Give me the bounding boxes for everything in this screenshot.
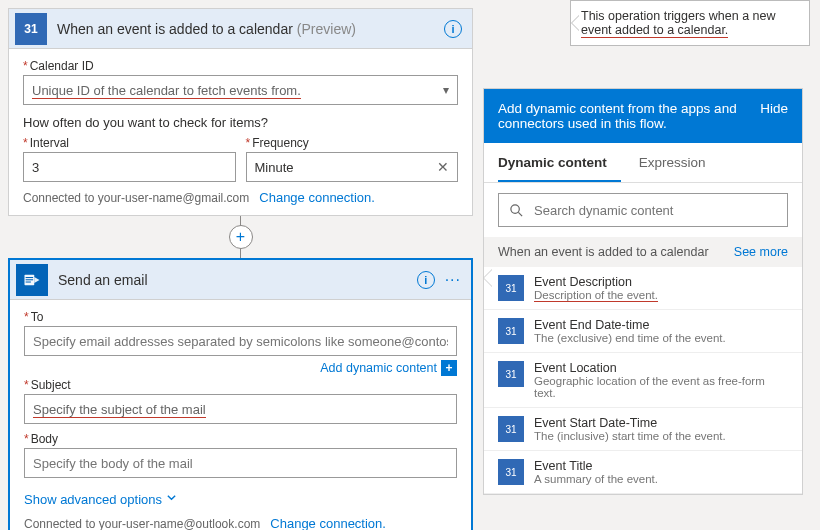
dynamic-item-event-start[interactable]: Event Start Date-TimeThe (inclusive) sta… bbox=[484, 408, 802, 451]
calendar-icon bbox=[498, 459, 524, 485]
trigger-connection-text: Connected to your-user-name@gmail.com bbox=[23, 191, 249, 205]
action-card: Send an email i ··· To Add dynamic conte… bbox=[8, 258, 473, 530]
frequency-label: Frequency bbox=[246, 136, 459, 150]
action-info-icon[interactable]: i bbox=[417, 271, 435, 289]
trigger-header[interactable]: When an event is added to a calendar (Pr… bbox=[9, 9, 472, 49]
frequency-dropdown[interactable]: Minute ✕ bbox=[246, 152, 459, 182]
chevron-down-icon bbox=[166, 491, 177, 506]
action-header[interactable]: Send an email i ··· bbox=[10, 260, 471, 300]
dynamic-section-header: When an event is added to a calendar See… bbox=[484, 237, 802, 267]
clear-icon[interactable]: ✕ bbox=[437, 159, 449, 175]
interval-label: Interval bbox=[23, 136, 236, 150]
body-input[interactable] bbox=[24, 448, 457, 478]
calendar-icon bbox=[498, 416, 524, 442]
trigger-title: When an event is added to a calendar bbox=[57, 21, 293, 37]
see-more-link[interactable]: See more bbox=[734, 245, 788, 259]
subject-input[interactable]: Specify the subject of the mail bbox=[24, 394, 457, 424]
outlook-icon bbox=[16, 264, 48, 296]
dynamic-item-event-end[interactable]: Event End Date-timeThe (exclusive) end t… bbox=[484, 310, 802, 353]
show-advanced-options-link[interactable]: Show advanced options bbox=[24, 492, 177, 507]
to-input[interactable] bbox=[24, 326, 457, 356]
trigger-info-icon[interactable]: i bbox=[444, 20, 462, 38]
dynamic-item-event-title[interactable]: Event TitleA summary of the event. bbox=[484, 451, 802, 494]
svg-rect-3 bbox=[26, 281, 31, 282]
to-label: To bbox=[24, 310, 457, 324]
svg-rect-1 bbox=[26, 277, 34, 278]
calendar-icon bbox=[498, 275, 524, 301]
google-calendar-icon bbox=[15, 13, 47, 45]
subject-label: Subject bbox=[24, 378, 457, 392]
hide-panel-button[interactable]: Hide bbox=[760, 101, 788, 116]
add-dynamic-plus-icon[interactable]: + bbox=[441, 360, 457, 376]
action-menu-button[interactable]: ··· bbox=[445, 271, 461, 289]
dynamic-item-event-location[interactable]: Event LocationGeographic location of the… bbox=[484, 353, 802, 408]
svg-line-5 bbox=[518, 212, 522, 216]
calendar-id-label: Calendar ID bbox=[23, 59, 458, 73]
action-change-connection-link[interactable]: Change connection. bbox=[270, 516, 386, 530]
trigger-card: When an event is added to a calendar (Pr… bbox=[8, 8, 473, 216]
tab-expression[interactable]: Expression bbox=[639, 143, 720, 182]
dynamic-search-box[interactable] bbox=[498, 193, 788, 227]
add-dynamic-content-link[interactable]: Add dynamic content bbox=[320, 361, 437, 375]
calendar-id-dropdown[interactable]: Unique ID of the calendar to fetch event… bbox=[23, 75, 458, 105]
dynamic-content-panel: Add dynamic content from the apps and co… bbox=[483, 88, 803, 495]
flow-canvas: When an event is added to a calendar (Pr… bbox=[8, 8, 473, 530]
search-icon bbox=[509, 203, 524, 218]
trigger-description-tooltip: This operation triggers when a new event… bbox=[570, 0, 810, 46]
dynamic-panel-header: Add dynamic content from the apps and co… bbox=[484, 89, 802, 143]
flow-connector-line bbox=[240, 248, 241, 258]
tab-dynamic-content[interactable]: Dynamic content bbox=[498, 143, 621, 182]
body-label: Body bbox=[24, 432, 457, 446]
svg-rect-2 bbox=[26, 279, 34, 280]
dynamic-search-input[interactable] bbox=[534, 203, 777, 218]
polling-label: How often do you want to check for items… bbox=[23, 115, 458, 130]
action-title: Send an email bbox=[58, 272, 148, 288]
trigger-change-connection-link[interactable]: Change connection. bbox=[259, 190, 375, 205]
svg-point-4 bbox=[511, 204, 519, 212]
preview-tag: (Preview) bbox=[297, 21, 356, 37]
chevron-down-icon: ▾ bbox=[443, 83, 449, 97]
action-connection-text: Connected to your-user-name@outlook.com bbox=[24, 517, 260, 531]
calendar-icon bbox=[498, 361, 524, 387]
interval-input[interactable]: 3 bbox=[23, 152, 236, 182]
calendar-icon bbox=[498, 318, 524, 344]
add-step-button[interactable]: + bbox=[229, 225, 253, 249]
dynamic-item-event-description[interactable]: Event DescriptionDescription of the even… bbox=[484, 267, 802, 310]
